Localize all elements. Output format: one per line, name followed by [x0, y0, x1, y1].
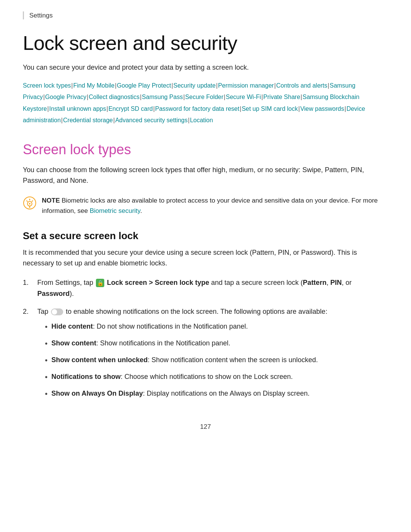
nav-link-samsung-pass[interactable]: Samsung Pass	[142, 94, 183, 100]
svg-line-3	[32, 201, 33, 201]
bullet-hide-content-text: Hide content: Do not show notifications …	[51, 321, 248, 332]
note-text: NOTE Biometric locks are also available …	[42, 195, 388, 216]
nav-link-google-privacy[interactable]: Google Privacy	[45, 94, 87, 100]
bullet-dot-3: •	[45, 355, 48, 366]
nav-link-install-unknown[interactable]: Install unknown apps	[49, 105, 106, 112]
step-2: 2. Tap to enable showing notifications o…	[23, 306, 388, 405]
bullet-show-content: • Show content: Show notifications in th…	[45, 338, 388, 349]
bullet-show-content-unlocked-text: Show content when unlocked: Show notific…	[51, 355, 318, 366]
nav-links: Screen lock types|Find My Mobile|Google …	[23, 80, 388, 126]
screen-lock-types-description: You can choose from the following screen…	[23, 165, 388, 187]
bullet-dot-1: •	[45, 321, 48, 332]
pattern-bold: Pattern	[303, 279, 327, 286]
bullet-dot-4: •	[45, 371, 48, 383]
breadcrumb-label: Settings	[29, 12, 53, 19]
bullet-show-content-unlocked: • Show content when unlocked: Show notif…	[45, 355, 388, 366]
note-icon	[23, 196, 37, 210]
password-bold: Password	[37, 290, 70, 297]
secure-screen-lock-description: It is recommended that you secure your d…	[23, 247, 388, 269]
nav-link-view-passwords[interactable]: View passwords	[300, 105, 344, 112]
secure-screen-lock-title: Set a secure screen lock	[23, 230, 388, 242]
nav-link-find-my-mobile[interactable]: Find My Mobile	[73, 82, 114, 89]
nav-link-encrypt-sd[interactable]: Encrypt SD card	[108, 105, 153, 112]
nav-link-screen-lock-types[interactable]: Screen lock types	[23, 82, 71, 89]
step-2-content: Tap to enable showing notifications on t…	[37, 306, 388, 405]
nav-link-advanced-security[interactable]: Advanced security settings	[115, 117, 188, 123]
bullet-show-content-text: Show content: Show notifications in the …	[51, 338, 230, 349]
note-label: NOTE	[42, 197, 60, 204]
nav-link-location[interactable]: Location	[190, 117, 213, 123]
nav-link-permission-manager[interactable]: Permission manager	[218, 82, 274, 89]
nav-link-security-update[interactable]: Security update	[174, 82, 216, 89]
lock-screen-icon	[96, 279, 104, 287]
toggle-icon	[51, 308, 63, 315]
bullet-notifications-to-show: • Notifications to show: Choose which no…	[45, 371, 388, 383]
bullet-show-always-on-display-text: Show on Always On Display: Display notif…	[51, 388, 310, 399]
step-1-bold: Lock screen > Screen lock type	[107, 279, 209, 286]
step-1-number: 1.	[23, 277, 33, 288]
step-2-number: 2.	[23, 306, 33, 317]
breadcrumb: Settings	[23, 11, 388, 19]
bullet-dot-2: •	[45, 338, 48, 349]
note-box: NOTE Biometric locks are also available …	[23, 195, 388, 216]
bullet-show-always-on-display: • Show on Always On Display: Display not…	[45, 388, 388, 399]
nav-link-google-play-protect[interactable]: Google Play Protect	[117, 82, 171, 89]
nav-link-credential-storage[interactable]: Credential storage	[63, 117, 113, 123]
intro-text: You can secure your device and protect y…	[23, 64, 388, 72]
steps-list: 1. From Settings, tap Lock screen > Scre…	[23, 277, 388, 404]
nav-link-sim-card-lock[interactable]: Set up SIM card lock	[242, 105, 298, 112]
screen-lock-types-title: Screen lock types	[23, 142, 388, 158]
page-number: 127	[23, 423, 388, 431]
nav-link-collect-diagnostics[interactable]: Collect diagnostics	[89, 94, 139, 100]
biometric-security-link[interactable]: Biometric security	[90, 207, 140, 214]
svg-point-6	[29, 203, 30, 204]
bullet-notifications-to-show-text: Notifications to show: Choose which noti…	[51, 371, 293, 382]
pin-bold: PIN	[330, 279, 342, 286]
nav-link-secure-wifi[interactable]: Secure Wi-Fi	[226, 94, 261, 100]
nav-link-controls-alerts[interactable]: Controls and alerts	[276, 82, 327, 89]
bullet-dot-5: •	[45, 388, 48, 399]
step-1: 1. From Settings, tap Lock screen > Scre…	[23, 277, 388, 299]
svg-line-2	[27, 201, 27, 201]
bullet-hide-content: • Hide content: Do not show notification…	[45, 321, 388, 332]
nav-link-private-share[interactable]: Private Share	[263, 94, 300, 100]
nav-link-secure-folder[interactable]: Secure Folder	[185, 94, 224, 100]
nav-link-password-factory[interactable]: Password for factory data reset	[155, 105, 239, 112]
options-list: • Hide content: Do not show notification…	[37, 321, 388, 399]
page-title: Lock screen and security	[23, 32, 388, 54]
step-1-content: From Settings, tap Lock screen > Screen …	[37, 277, 388, 299]
